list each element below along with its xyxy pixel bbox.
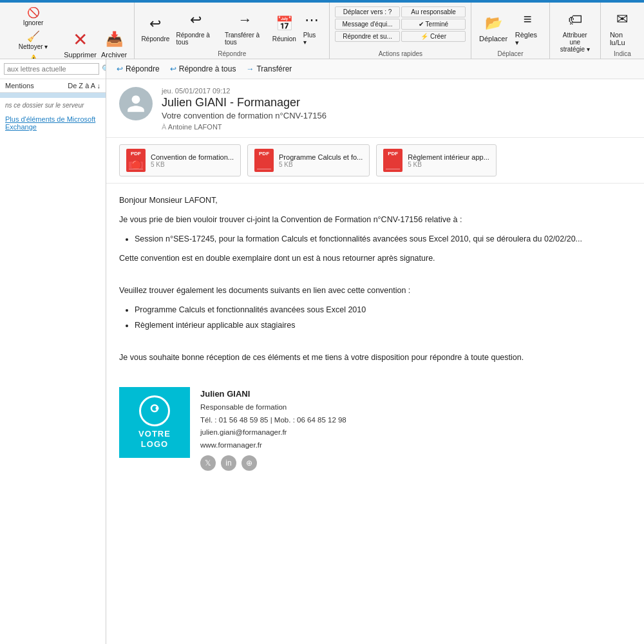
attachment-2[interactable]: PDF Programme Calculs et fo... 5 KB: [247, 144, 370, 176]
ribbon-group-actions: Déplacer vers : ? Au responsable Message…: [330, 3, 471, 59]
indica-label: Indica: [606, 50, 639, 59]
plus-icon: ⋯: [301, 10, 322, 30]
ignorer-icon: 🚫: [27, 6, 40, 19]
search-icon[interactable]: 🔍: [102, 64, 106, 73]
courrier-button[interactable]: ⚠️ Courrier indésirable ▾: [5, 53, 61, 59]
supprimer-button[interactable]: ✕ Supprimer: [62, 26, 98, 59]
regles-btn[interactable]: ≡ Règles ▾: [511, 6, 544, 50]
deplacer-label: Déplacer: [477, 50, 544, 59]
transferer-button[interactable]: → Transférer à tous: [221, 7, 269, 48]
ribbon-group-indica: ✉ Non lu/Lu Indica: [601, 3, 644, 59]
sidebar: 🔍 ▼ Mentions De Z à A ↓ ns ce dossier su…: [0, 59, 106, 644]
bullet-list-2: Programme Calculs et fonctionnalités ava…: [135, 303, 631, 332]
repondre-button[interactable]: ↩ Répondre: [140, 11, 171, 45]
nettoyer-icon: 🧹: [27, 30, 40, 43]
sidebar-selected-item[interactable]: [0, 93, 106, 98]
email-to: À Antoine LAFONT: [162, 123, 631, 131]
termine-button[interactable]: ✔ Terminé: [401, 19, 466, 30]
double-copy-text: Cette convention est en double exemplair…: [119, 252, 631, 265]
repondre-tous-icon: ↩: [185, 10, 206, 30]
email-signature: VOTRELOGO Julien GIANI Responsable de fo…: [106, 381, 644, 484]
attachment-1-size: 5 KB: [151, 161, 234, 168]
deplacer-btn[interactable]: 📂 Déplacer: [477, 10, 509, 45]
logo-text: VOTRELOGO: [138, 429, 171, 449]
pdf-icon-3: PDF: [383, 149, 402, 172]
sig-tel: Tél. : 01 56 48 59 85 | Mob. : 06 64 85 …: [200, 414, 346, 427]
sig-website: www.formanager.fr: [200, 439, 346, 452]
bullet-list-1: Session n°SES-17245, pour la formation C…: [135, 232, 631, 245]
sender-avatar: [119, 87, 153, 120]
forward-button[interactable]: → Transférer: [246, 64, 292, 73]
reunion-button[interactable]: 📅 Réunion: [270, 11, 298, 45]
creer-button[interactable]: ⚡ Créer: [401, 31, 466, 42]
sidebar-notice: ns ce dossier sur le serveur: [0, 98, 106, 113]
ignorer-button[interactable]: 🚫 Ignorer: [5, 5, 61, 28]
attribuer-icon: 🏷: [565, 10, 585, 30]
other-social-icon[interactable]: ⊕: [242, 455, 257, 471]
plus-button[interactable]: ⋯ Plus ▾: [299, 7, 325, 48]
logo-icon: [139, 395, 170, 426]
linkedin-icon[interactable]: in: [221, 455, 236, 471]
repondre-label: Répondre: [140, 50, 324, 59]
pdf-icon-2: PDF: [254, 149, 274, 172]
doc-2: Règlement intérieur applicable aux stagi…: [135, 319, 631, 332]
also-text: Veuillez trouver également les documents…: [119, 284, 631, 297]
doc-1: Programme Calculs et fonctionnalités ava…: [135, 303, 631, 316]
svg-point-1: [156, 407, 159, 410]
archiver-button[interactable]: 📥 Archiver: [99, 26, 129, 59]
reply-all-icon: ↩: [170, 64, 176, 73]
au-responsable-button[interactable]: Au responsable: [401, 6, 466, 17]
archiver-icon: 📥: [104, 29, 124, 50]
attribuer-label: [555, 57, 595, 59]
reply-icon: ↩: [117, 64, 123, 73]
pdf-icon-1: PDF 🔴: [126, 149, 146, 172]
signature-info: Julien GIANI Responsable de formation Té…: [200, 387, 346, 471]
courrier-icon: ⚠️: [27, 54, 40, 59]
email-toolbar: ↩ Répondre ↩ Répondre à tous → Transfére…: [106, 59, 644, 79]
ribbon-group-deplacer: 📂 Déplacer ≡ Règles ▾ Déplacer: [471, 3, 549, 59]
main-layout: 🔍 ▼ Mentions De Z à A ↓ ns ce dossier su…: [0, 59, 644, 644]
greeting: Bonjour Monsieur LAFONT,: [119, 194, 631, 207]
intro-text: Je vous prie de bien vouloir trouver ci-…: [119, 213, 631, 226]
repondre-icon: ↩: [145, 14, 166, 34]
email-date: jeu. 05/01/2017 09:12: [162, 87, 631, 95]
person-icon: [126, 93, 146, 114]
message-equipe-button[interactable]: Message d'équi...: [335, 19, 400, 30]
reply-button[interactable]: ↩ Répondre: [117, 64, 160, 73]
deplacer-vers-button[interactable]: Déplacer vers : ?: [335, 6, 400, 17]
repondre-tous-button[interactable]: ↩ Répondre à tous: [173, 7, 220, 48]
twitter-icon[interactable]: 𝕏: [200, 455, 216, 471]
email-from: Julien GIANI - Formanager: [162, 96, 631, 109]
attachment-1-name: Convention de formation...: [151, 153, 234, 161]
attachment-2-size: 5 KB: [279, 161, 363, 168]
attachment-3-size: 5 KB: [408, 161, 489, 168]
search-input[interactable]: [4, 63, 99, 75]
reunion-icon: 📅: [274, 14, 294, 34]
sig-email: julien.giani@formanager.fr: [200, 426, 346, 439]
sig-social: 𝕏 in ⊕: [200, 455, 346, 471]
company-logo: VOTRELOGO: [119, 387, 190, 458]
nonlu-button[interactable]: ✉ Non lu/Lu: [606, 6, 639, 49]
email-header: jeu. 05/01/2017 09:12 Julien GIANI - For…: [106, 79, 644, 138]
nettoyer-button[interactable]: 🧹 Nettoyer ▾: [5, 29, 61, 52]
email-body: Bonjour Monsieur LAFONT, Je vous prie de…: [106, 184, 644, 381]
sidebar-search-area: 🔍 ▼: [0, 59, 106, 79]
actions-rapides-label: Actions rapides: [335, 50, 466, 59]
transferer-icon: →: [234, 10, 255, 30]
attachments-row: PDF 🔴 Convention de formation... 5 KB PD…: [106, 138, 644, 184]
forward-icon: →: [246, 64, 254, 73]
ribbon-group-supprimer: 🚫 Ignorer 🧹 Nettoyer ▾ ⚠️ Courrier indés…: [0, 3, 135, 59]
regles-icon: ≡: [517, 9, 538, 30]
sidebar-exchange-link[interactable]: Plus d'éléments de Microsoft Exchange: [0, 113, 106, 133]
attachment-3[interactable]: PDF Règlement intérieur app... 5 KB: [376, 144, 497, 176]
bullet-item-1: Session n°SES-17245, pour la formation C…: [135, 232, 631, 245]
attribuer-button[interactable]: 🏷 Attribuer une stratégie ▾: [555, 7, 595, 55]
attachment-1[interactable]: PDF 🔴 Convention de formation... 5 KB: [119, 144, 241, 176]
sidebar-filter: Mentions De Z à A ↓: [0, 79, 106, 93]
deplacer-icon: 📂: [483, 13, 504, 33]
repondre-su-button[interactable]: Répondre et su...: [335, 31, 400, 42]
supprimer-icon: ✕: [70, 29, 91, 50]
email-subject: Votre convention de formation n°CNV-1715…: [162, 111, 631, 120]
ribbon: 🚫 Ignorer 🧹 Nettoyer ▾ ⚠️ Courrier indés…: [0, 3, 644, 59]
reply-all-button[interactable]: ↩ Répondre à tous: [170, 64, 236, 73]
